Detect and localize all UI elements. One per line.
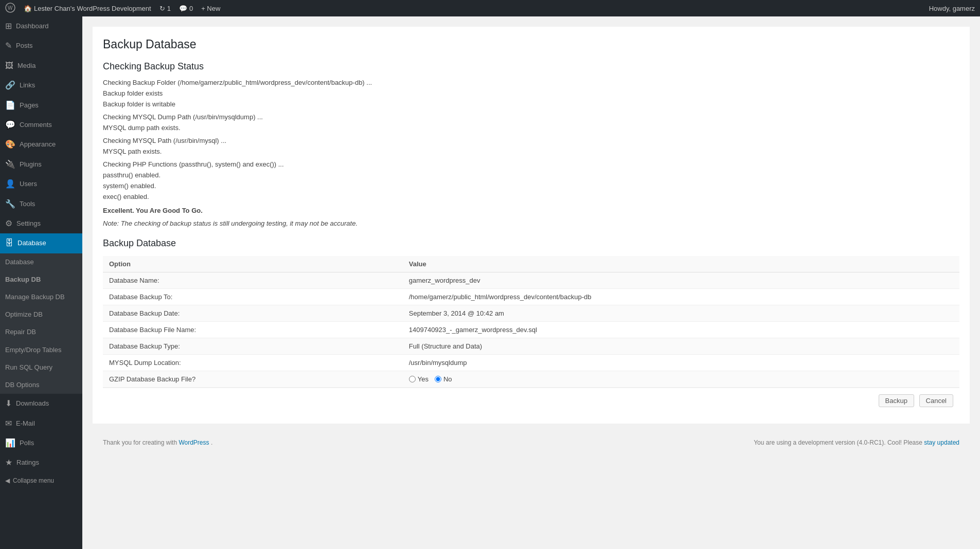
submenu-label: Manage Backup DB [5, 292, 65, 302]
comments-menu-icon: 💬 [5, 119, 15, 131]
sidebar-item-media[interactable]: 🖼 Media [0, 56, 82, 76]
status-section: Checking Backup Status Checking Backup F… [103, 61, 959, 227]
gzip-no-label[interactable]: No [435, 375, 452, 383]
comments-count: 0 [189, 5, 193, 12]
site-home-icon: 🏠 [24, 5, 32, 12]
footer-version-note: You are using a development version (4.0… [754, 439, 924, 446]
row-value: 1409740923_-_gamerz_wordpress_dev.sql [403, 321, 959, 338]
backup-table: Option Value Database Name: gamerz_wordp… [103, 256, 959, 371]
sidebar-item-pages[interactable]: 📄 Pages [0, 96, 82, 115]
submenu-label: Database [5, 258, 34, 267]
collapse-label: Collapse menu [13, 477, 54, 484]
submenu-label: DB Options [5, 380, 39, 390]
status-note: Note: The checking of backup status is s… [103, 219, 959, 227]
wp-logo-icon: W [5, 3, 15, 14]
row-option: Database Backup To: [103, 288, 403, 305]
backup-section: Backup Database Option Value Database Na… [103, 237, 959, 413]
sidebar-item-ratings[interactable]: ★ Ratings [0, 453, 82, 472]
new-content-link[interactable]: + New [201, 5, 220, 12]
updates-count: 1 [167, 5, 171, 12]
sidebar-item-email[interactable]: ✉ E-Mail [0, 414, 82, 433]
email-icon: ✉ [5, 418, 12, 429]
row-option: Database Backup Type: [103, 338, 403, 354]
row-option: Database Backup File Name: [103, 321, 403, 338]
gzip-no-text: No [443, 375, 452, 383]
cancel-button[interactable]: Cancel [919, 394, 953, 407]
sidebar-item-polls[interactable]: 📊 Polls [0, 433, 82, 453]
comments-link[interactable]: 💬 0 [179, 5, 193, 12]
sidebar-item-label: Polls [20, 438, 34, 448]
submenu-label: Backup DB [5, 275, 41, 284]
row-option: MYSQL Dump Location: [103, 354, 403, 371]
sidebar-item-users[interactable]: 👤 Users [0, 174, 82, 194]
check4-result3: exec() enabled. [103, 193, 959, 200]
submenu-item-run-sql-query[interactable]: Run SQL Query [0, 359, 82, 376]
site-name: Lester Chan's WordPress Development [34, 5, 151, 12]
sidebar-item-label: Media [17, 61, 35, 70]
submenu-item-empty-drop-tables[interactable]: Empty/Drop Tables [0, 341, 82, 359]
users-icon: 👤 [5, 178, 15, 190]
submenu-label: Run SQL Query [5, 363, 52, 372]
settings-icon: ⚙ [5, 218, 12, 229]
gzip-no-radio[interactable] [435, 376, 441, 382]
site-name-link[interactable]: 🏠 Lester Chan's WordPress Development [24, 5, 151, 12]
gzip-label: GZIP Database Backup File? [103, 371, 403, 388]
sidebar-item-links[interactable]: 🔗 Links [0, 76, 82, 95]
table-row: Database Backup To: /home/gamerz/public_… [103, 288, 959, 305]
sidebar-item-settings[interactable]: ⚙ Settings [0, 214, 82, 233]
appearance-icon: 🎨 [5, 139, 15, 150]
status-section-title: Checking Backup Status [103, 61, 959, 72]
submenu-item-backup-db[interactable]: Backup DB [0, 271, 82, 288]
dashboard-icon: ⊞ [5, 21, 12, 32]
sidebar-item-label: Comments [20, 120, 52, 130]
check1-result2: Backup folder is writable [103, 100, 959, 108]
sidebar: ⊞ Dashboard ✎ Posts 🖼 Media 🔗 Li [0, 16, 82, 549]
submenu-label: Optimize DB [5, 310, 43, 319]
sidebar-item-appearance[interactable]: 🎨 Appearance [0, 135, 82, 154]
table-row: Database Backup File Name: 1409740923_-_… [103, 321, 959, 338]
ratings-icon: ★ [5, 457, 12, 468]
main-content: Backup Database Checking Backup Status C… [82, 16, 980, 549]
row-value: /usr/bin/mysqldump [403, 354, 959, 371]
sidebar-item-downloads[interactable]: ⬇ Downloads [0, 394, 82, 413]
sidebar-item-label: Database [17, 239, 46, 248]
sidebar-item-tools[interactable]: 🔧 Tools [0, 194, 82, 214]
sidebar-item-dashboard[interactable]: ⊞ Dashboard [0, 16, 82, 36]
sidebar-item-plugins[interactable]: 🔌 Plugins [0, 155, 82, 174]
footer-thank-you: Thank you for creating with [103, 439, 179, 446]
media-icon: 🖼 [5, 60, 13, 71]
updates-link[interactable]: ↻ 1 [159, 5, 171, 12]
gzip-yes-radio[interactable] [409, 376, 416, 382]
table-row: MYSQL Dump Location: /usr/bin/mysqldump [103, 354, 959, 371]
updates-icon: ↻ [159, 5, 165, 12]
submenu-item-db-options[interactable]: DB Options [0, 376, 82, 394]
new-label: + New [201, 5, 220, 12]
submenu-item-database[interactable]: Database [0, 253, 82, 271]
sidebar-item-label: Ratings [16, 458, 39, 467]
row-value: /home/gamerz/public_html/wordpress_dev/c… [403, 288, 959, 305]
check4-result1: passthru() enabled. [103, 171, 959, 179]
sidebar-item-label: Settings [16, 219, 41, 228]
footer-wordpress-link[interactable]: WordPress [179, 439, 209, 446]
sidebar-item-label: Posts [16, 41, 33, 50]
sidebar-item-label: Dashboard [16, 22, 49, 31]
sidebar-item-label: Plugins [20, 160, 42, 169]
polls-icon: 📊 [5, 437, 15, 449]
submenu-item-manage-backup-db[interactable]: Manage Backup DB [0, 288, 82, 306]
howdy-text: Howdy, gamerz [929, 5, 975, 12]
button-row: Backup Cancel [103, 388, 959, 413]
backup-button[interactable]: Backup [879, 394, 914, 407]
collapse-menu-button[interactable]: ◀ Collapse menu [0, 473, 82, 488]
sidebar-item-posts[interactable]: ✎ Posts [0, 36, 82, 56]
sidebar-item-comments[interactable]: 💬 Comments [0, 115, 82, 135]
sidebar-item-label: Links [20, 81, 35, 90]
footer-stay-updated-link[interactable]: stay updated [924, 439, 959, 446]
tools-icon: 🔧 [5, 198, 15, 210]
downloads-icon: ⬇ [5, 398, 12, 409]
pages-icon: 📄 [5, 100, 15, 111]
submenu-item-repair-db[interactable]: Repair DB [0, 323, 82, 341]
check1-result1: Backup folder exists [103, 89, 959, 97]
gzip-yes-label[interactable]: Yes [409, 375, 429, 383]
submenu-item-optimize-db[interactable]: Optimize DB [0, 306, 82, 323]
sidebar-item-database[interactable]: 🗄 Database Database Backup DB [0, 233, 82, 394]
